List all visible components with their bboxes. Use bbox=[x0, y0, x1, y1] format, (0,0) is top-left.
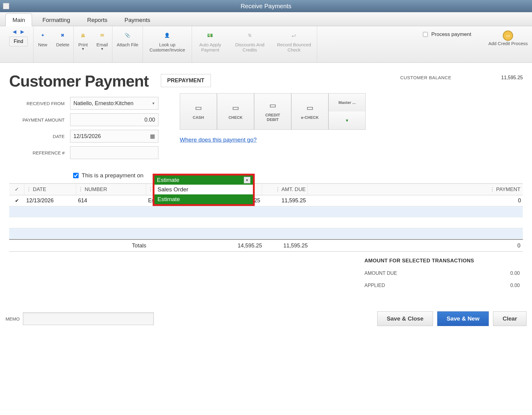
table-row-empty bbox=[9, 228, 523, 239]
discounts-icon: ％ bbox=[245, 30, 255, 40]
invoice-table: ✓ ⋮ DATE ⋮ NUMBER ⋮ TYPE ⋮ AMT. DUE ⋮ PA… bbox=[9, 183, 523, 252]
received-from-select[interactable]: Natiello, Ernesto:Kitchen bbox=[70, 97, 158, 110]
reference-label: REFERENCE # bbox=[9, 150, 70, 155]
credit-label: CREDIT bbox=[265, 113, 280, 117]
payment-amount-label: PAYMENT AMOUNT bbox=[9, 117, 70, 122]
chevron-down-icon: ▼ bbox=[345, 118, 349, 123]
lookup-customer-button[interactable]: 👤 Look up Customer/Invoice bbox=[143, 29, 192, 54]
row-checkmark[interactable]: ✔ bbox=[9, 198, 24, 204]
process-payment-checkbox-input[interactable] bbox=[423, 32, 428, 37]
th-date[interactable]: ⋮ DATE bbox=[24, 184, 76, 195]
th-payment[interactable]: ⋮ PAYMENT bbox=[308, 184, 523, 195]
process-payment-checkbox[interactable]: Process payment bbox=[416, 29, 475, 38]
totals-orig-amt: 14,595.25 bbox=[192, 243, 262, 249]
person-search-icon: 👤 bbox=[162, 30, 172, 40]
email-button[interactable]: ✉ Email ▼ bbox=[92, 29, 112, 52]
print-dropdown-caret-icon[interactable]: ▼ bbox=[82, 47, 85, 51]
clear-button[interactable]: Clear bbox=[493, 311, 527, 326]
table-row[interactable]: ✔ 12/13/2026 614 Estimate 25 11,595.25 0 bbox=[9, 195, 523, 206]
dropdown-selected-row[interactable]: Estimate ▼ bbox=[154, 176, 253, 185]
save-and-new-button[interactable]: Save & New bbox=[437, 311, 489, 326]
payment-method-check[interactable]: ▭ CHECK bbox=[217, 93, 254, 130]
payment-method-cash[interactable]: ▭ CASH bbox=[180, 93, 217, 130]
new-document-icon: ✦ bbox=[38, 30, 48, 40]
payment-method-credit-debit[interactable]: ▭ CREDIT DEBIT bbox=[254, 93, 291, 130]
memo-input[interactable] bbox=[23, 312, 154, 325]
memo-label: MEMO bbox=[5, 316, 20, 321]
tab-reports[interactable]: Reports bbox=[80, 14, 114, 26]
new-button[interactable]: ✦ New bbox=[34, 29, 52, 49]
prepayment-checkbox-label: This is a prepayment on bbox=[82, 172, 144, 179]
process-payment-label: Process payment bbox=[431, 31, 471, 37]
find-button[interactable]: Find bbox=[9, 37, 28, 46]
check-method-icon: ▭ bbox=[232, 104, 239, 112]
customer-balance-value: 11,595.25 bbox=[501, 75, 523, 80]
tab-payments[interactable]: Payments bbox=[118, 14, 157, 26]
dropdown-option-estimate[interactable]: Estimate bbox=[154, 194, 253, 204]
record-bounced-check-button: ⮐ Record Bounced Check bbox=[271, 29, 317, 54]
payment-method-echeck[interactable]: ▭ e-CHECK bbox=[291, 93, 328, 130]
dropdown-option-sales-order[interactable]: Sales Order bbox=[154, 185, 253, 194]
discounts-label: Discounts And Credits bbox=[233, 42, 267, 52]
save-and-close-button[interactable]: Save & Close bbox=[377, 311, 433, 326]
totals-payment: 0 bbox=[308, 243, 523, 249]
th-number[interactable]: ⋮ NUMBER bbox=[76, 184, 146, 195]
date-value: 12/15/2026 bbox=[73, 133, 101, 140]
delete-label: Delete bbox=[56, 42, 69, 47]
nav-prev-icon[interactable]: ◄ bbox=[12, 29, 18, 35]
reference-input[interactable] bbox=[70, 146, 158, 159]
nav-next-icon[interactable]: ► bbox=[20, 29, 26, 35]
attach-file-button[interactable]: 📎 Attach File bbox=[112, 29, 143, 49]
more-methods-dropdown[interactable]: ▼ bbox=[328, 112, 366, 130]
credit-card-icon: ▭ bbox=[269, 101, 276, 110]
row-date: 12/13/2026 bbox=[24, 197, 76, 204]
envelope-icon: ✉ bbox=[97, 30, 107, 40]
row-payment[interactable]: 0 bbox=[308, 197, 523, 204]
summary-title: AMOUNT FOR SELECTED TRANSACTIONS bbox=[364, 258, 520, 264]
totals-label: Totals bbox=[76, 243, 146, 249]
date-input[interactable]: 12/15/2026 ▦ bbox=[70, 130, 158, 143]
echeck-label: e-CHECK bbox=[301, 115, 319, 120]
delete-icon: ✖ bbox=[58, 30, 68, 40]
payment-amount-input[interactable]: 0.00 bbox=[70, 113, 158, 126]
summary-amount-due-value: 0.00 bbox=[510, 271, 520, 276]
customer-balance-label: CUSTOMER BALANCE bbox=[400, 75, 451, 80]
dropdown-caret-icon[interactable]: ▼ bbox=[244, 177, 250, 183]
footer: MEMO Save & Close Save & New Clear bbox=[0, 310, 532, 350]
prepayment-type-dropdown[interactable]: Estimate ▼ Sales Order Estimate bbox=[153, 174, 255, 206]
table-totals-row: Totals 14,595.25 11,595.25 0 bbox=[9, 239, 523, 251]
prepayment-checkbox[interactable] bbox=[73, 173, 79, 178]
auto-apply-label: Auto Apply Payment bbox=[196, 42, 224, 52]
payment-method-master[interactable]: Master ... bbox=[328, 93, 366, 112]
email-dropdown-caret-icon[interactable]: ▼ bbox=[101, 47, 104, 51]
auto-apply-icon: 💵 bbox=[205, 30, 215, 40]
title-bar: Receive Payments bbox=[0, 0, 532, 12]
ribbon-toolbar: ◄ ► Find ✦ New ✖ Delete 🖶 Print ▼ bbox=[0, 26, 532, 63]
page-title: Customer Payment bbox=[9, 72, 149, 90]
calendar-icon[interactable]: ▦ bbox=[150, 133, 155, 140]
discounts-credits-button: ％ Discounts And Credits bbox=[229, 29, 271, 54]
delete-button[interactable]: ✖ Delete bbox=[52, 29, 73, 49]
new-label: New bbox=[38, 42, 47, 47]
window-title: Receive Payments bbox=[241, 3, 292, 10]
th-check: ✓ bbox=[9, 184, 24, 195]
tab-formatting[interactable]: Formatting bbox=[36, 14, 77, 26]
received-from-label: RECEIVED FROM bbox=[27, 101, 65, 106]
selected-transactions-summary: AMOUNT FOR SELECTED TRANSACTIONS AMOUNT … bbox=[361, 258, 523, 294]
th-amt-due[interactable]: ⋮ AMT. DUE bbox=[262, 184, 308, 195]
table-header-row: ✓ ⋮ DATE ⋮ NUMBER ⋮ TYPE ⋮ AMT. DUE ⋮ PA… bbox=[9, 184, 523, 195]
row-amt-due: 11,595.25 bbox=[262, 197, 308, 204]
add-credit-label: Add Credit Process bbox=[488, 41, 528, 46]
tab-main[interactable]: Main bbox=[5, 13, 32, 26]
where-does-payment-go-link[interactable]: Where does this payment go? bbox=[180, 137, 257, 143]
window-system-icon[interactable] bbox=[3, 3, 9, 9]
print-button[interactable]: 🖶 Print ▼ bbox=[74, 29, 92, 52]
date-label: DATE bbox=[9, 134, 70, 139]
auto-apply-payment-button: 💵 Auto Apply Payment bbox=[192, 29, 229, 54]
cash-icon: ▭ bbox=[195, 104, 202, 112]
dropdown-selected-value: Estimate bbox=[157, 177, 179, 183]
check-label: CHECK bbox=[229, 115, 243, 120]
summary-amount-due-label: AMOUNT DUE bbox=[364, 271, 397, 276]
summary-applied-value: 0.00 bbox=[510, 283, 520, 288]
add-credit-process-button[interactable]: ▭ Add Credit Process bbox=[484, 29, 532, 48]
